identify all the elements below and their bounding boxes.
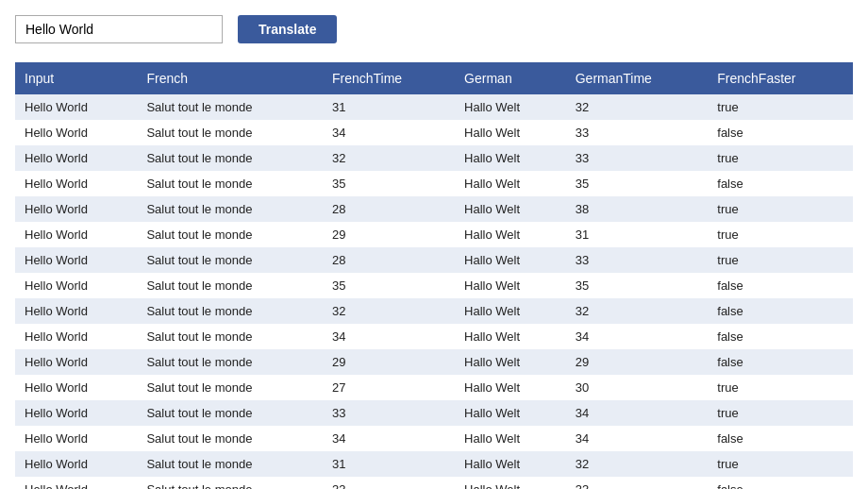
cell-frenchfaster: true (708, 145, 853, 171)
cell-germantime: 35 (566, 171, 709, 196)
cell-input: Hello World (15, 298, 137, 324)
cell-german: Hallo Welt (455, 375, 566, 400)
cell-german: Hallo Welt (455, 400, 566, 426)
cell-frenchtime: 35 (323, 171, 455, 196)
table-row: Hello WorldSalut tout le monde28Hallo We… (15, 247, 853, 273)
cell-input: Hello World (15, 324, 137, 349)
cell-german: Hallo Welt (455, 94, 566, 120)
table-row: Hello WorldSalut tout le monde29Hallo We… (15, 349, 853, 375)
cell-germantime: 35 (566, 273, 709, 298)
cell-frenchfaster: false (708, 171, 853, 196)
cell-frenchfaster: true (708, 400, 853, 426)
cell-french: Salut tout le monde (137, 273, 323, 298)
cell-german: Hallo Welt (455, 196, 566, 222)
cell-input: Hello World (15, 451, 137, 477)
cell-frenchtime: 32 (323, 145, 455, 171)
cell-input: Hello World (15, 400, 137, 426)
cell-germantime: 32 (566, 451, 709, 477)
cell-input: Hello World (15, 349, 137, 375)
table-row: Hello WorldSalut tout le monde32Hallo We… (15, 298, 853, 324)
cell-frenchfaster: true (708, 451, 853, 477)
table-row: Hello WorldSalut tout le monde35Hallo We… (15, 273, 853, 298)
results-table: Input French FrenchTime German GermanTim… (15, 62, 853, 489)
cell-german: Hallo Welt (455, 324, 566, 349)
col-french: French (137, 62, 323, 94)
cell-frenchtime: 32 (323, 298, 455, 324)
cell-french: Salut tout le monde (137, 247, 323, 273)
table-row: Hello WorldSalut tout le monde32Hallo We… (15, 145, 853, 171)
cell-frenchfaster: false (708, 273, 853, 298)
col-german: German (455, 62, 566, 94)
cell-french: Salut tout le monde (137, 222, 323, 247)
cell-german: Hallo Welt (455, 171, 566, 196)
cell-germantime: 34 (566, 400, 709, 426)
table-row: Hello WorldSalut tout le monde33Hallo We… (15, 400, 853, 426)
cell-german: Hallo Welt (455, 477, 566, 489)
table-row: Hello WorldSalut tout le monde29Hallo We… (15, 222, 853, 247)
cell-frenchfaster: false (708, 349, 853, 375)
cell-germantime: 33 (566, 477, 709, 489)
col-french-faster: FrenchFaster (708, 62, 853, 94)
cell-input: Hello World (15, 426, 137, 451)
search-input[interactable] (15, 15, 223, 43)
cell-french: Salut tout le monde (137, 120, 323, 145)
cell-germantime: 34 (566, 426, 709, 451)
cell-french: Salut tout le monde (137, 426, 323, 451)
cell-frenchfaster: true (708, 222, 853, 247)
cell-german: Hallo Welt (455, 120, 566, 145)
col-french-time: FrenchTime (323, 62, 455, 94)
table-row: Hello WorldSalut tout le monde35Hallo We… (15, 171, 853, 196)
cell-input: Hello World (15, 247, 137, 273)
cell-frenchtime: 31 (323, 94, 455, 120)
table-body: Hello WorldSalut tout le monde31Hallo We… (15, 94, 853, 489)
cell-germantime: 33 (566, 145, 709, 171)
cell-frenchtime: 33 (323, 400, 455, 426)
cell-frenchfaster: false (708, 324, 853, 349)
table-row: Hello WorldSalut tout le monde28Hallo We… (15, 196, 853, 222)
cell-french: Salut tout le monde (137, 400, 323, 426)
cell-frenchtime: 28 (323, 196, 455, 222)
cell-input: Hello World (15, 145, 137, 171)
cell-french: Salut tout le monde (137, 145, 323, 171)
cell-germantime: 32 (566, 94, 709, 120)
cell-germantime: 32 (566, 298, 709, 324)
cell-frenchtime: 31 (323, 451, 455, 477)
cell-input: Hello World (15, 120, 137, 145)
cell-frenchtime: 35 (323, 273, 455, 298)
cell-germantime: 33 (566, 120, 709, 145)
cell-frenchfaster: true (708, 375, 853, 400)
cell-french: Salut tout le monde (137, 477, 323, 489)
cell-german: Hallo Welt (455, 145, 566, 171)
cell-french: Salut tout le monde (137, 196, 323, 222)
cell-frenchfaster: true (708, 196, 853, 222)
cell-german: Hallo Welt (455, 222, 566, 247)
cell-french: Salut tout le monde (137, 324, 323, 349)
cell-frenchfaster: true (708, 247, 853, 273)
cell-french: Salut tout le monde (137, 298, 323, 324)
cell-french: Salut tout le monde (137, 171, 323, 196)
cell-input: Hello World (15, 273, 137, 298)
cell-frenchfaster: true (708, 94, 853, 120)
cell-input: Hello World (15, 477, 137, 489)
cell-germantime: 33 (566, 247, 709, 273)
cell-german: Hallo Welt (455, 273, 566, 298)
cell-frenchfaster: false (708, 426, 853, 451)
cell-germantime: 30 (566, 375, 709, 400)
cell-germantime: 31 (566, 222, 709, 247)
cell-frenchtime: 28 (323, 247, 455, 273)
cell-frenchtime: 33 (323, 477, 455, 489)
table-row: Hello WorldSalut tout le monde33Hallo We… (15, 477, 853, 489)
table-row: Hello WorldSalut tout le monde31Hallo We… (15, 451, 853, 477)
cell-germantime: 29 (566, 349, 709, 375)
cell-german: Hallo Welt (455, 349, 566, 375)
table-row: Hello WorldSalut tout le monde34Hallo We… (15, 324, 853, 349)
cell-input: Hello World (15, 196, 137, 222)
cell-frenchtime: 29 (323, 349, 455, 375)
translate-button[interactable]: Translate (238, 15, 337, 43)
cell-german: Hallo Welt (455, 298, 566, 324)
cell-german: Hallo Welt (455, 451, 566, 477)
cell-input: Hello World (15, 375, 137, 400)
table-row: Hello WorldSalut tout le monde34Hallo We… (15, 120, 853, 145)
cell-input: Hello World (15, 222, 137, 247)
cell-germantime: 34 (566, 324, 709, 349)
